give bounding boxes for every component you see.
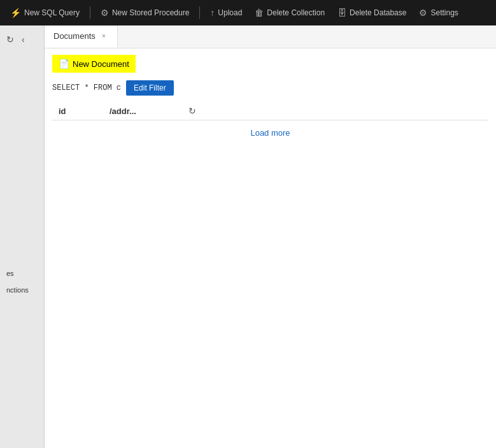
delete-database-button[interactable]: 🗄 Delete Database [332, 5, 411, 20]
filter-query-text: SELECT * FROM c [52, 83, 121, 92]
new-document-button[interactable]: 📄 New Document [52, 55, 136, 73]
sidebar-bottom-items: es nctions [0, 265, 44, 298]
sidebar: ↻ ‹ es nctions [0, 25, 45, 448]
load-more-button[interactable]: Load more [52, 120, 488, 145]
tab-bar: Documents × [45, 25, 496, 48]
delete-collection-button[interactable]: 🗑 Delete Collection [250, 5, 330, 20]
toolbar-divider-2 [199, 6, 200, 19]
new-stored-procedure-button[interactable]: ⚙ New Stored Procedure [96, 5, 194, 20]
content-area: Documents × 📄 New Document SELECT * FROM… [45, 25, 496, 448]
column-addr-header: /addr... [110, 106, 186, 116]
column-id-header: id [52, 106, 110, 116]
collapse-button[interactable]: ‹ [20, 33, 26, 46]
table-refresh-icon[interactable]: ↻ [188, 106, 196, 116]
table-header-row: id /addr... ↻ [52, 102, 488, 120]
filter-row: SELECT * FROM c Edit Filter [52, 80, 488, 96]
settings-button[interactable]: ⚙ Settings [414, 5, 463, 20]
new-sql-query-button[interactable]: ⚡ New SQL Query [5, 5, 85, 20]
tab-close-button[interactable]: × [99, 31, 108, 41]
upload-button[interactable]: ↑ Upload [205, 5, 247, 20]
settings-icon: ⚙ [419, 8, 427, 18]
new-sql-query-icon: ⚡ [10, 8, 21, 18]
delete-collection-icon: 🗑 [255, 8, 264, 18]
delete-database-icon: 🗄 [337, 8, 346, 18]
sidebar-item-es[interactable]: es [0, 265, 44, 282]
new-stored-procedure-icon: ⚙ [101, 8, 109, 18]
document-content: 📄 New Document SELECT * FROM c Edit Filt… [45, 48, 496, 152]
new-document-icon: 📄 [59, 59, 69, 69]
toolbar: ⚡ New SQL Query ⚙ New Stored Procedure ↑… [0, 0, 496, 25]
sidebar-controls: ↻ ‹ [0, 31, 31, 48]
upload-icon: ↑ [210, 8, 215, 18]
toolbar-divider-1 [90, 6, 90, 19]
documents-tab[interactable]: Documents × [45, 25, 118, 48]
main-container: ↻ ‹ es nctions Documents × 📄 New Doc [0, 25, 496, 448]
edit-filter-button[interactable]: Edit Filter [126, 80, 174, 96]
refresh-button[interactable]: ↻ [5, 33, 15, 46]
sidebar-item-functions[interactable]: nctions [0, 282, 44, 298]
